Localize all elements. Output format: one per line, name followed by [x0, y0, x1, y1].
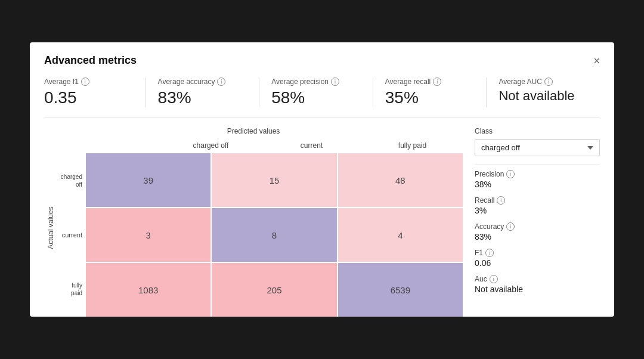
actual-values-label: Actual values [47, 206, 55, 249]
metric-label-1: Average accuracy i [158, 78, 247, 86]
cell-2-2: 6539 [338, 263, 463, 317]
class-dropdown[interactable]: charged off current fully paid [475, 139, 600, 156]
precision-label: Precision i [475, 170, 600, 178]
matrix-with-labels: Actual values charged off current fully … [44, 139, 463, 317]
col-headers: charged off current fully paid [60, 139, 463, 153]
class-label: Class [475, 127, 600, 135]
metric-info-icon-0[interactable]: i [81, 78, 89, 86]
auc-value: Not available [475, 284, 600, 294]
metric-item-0: Average f1 i 0.35 [44, 78, 146, 107]
metric-item-3: Average recall i 35% [385, 78, 487, 107]
recall-value: 3% [475, 206, 600, 215]
matrix-row-area: chargedoff current fullypaid 39 15 48 [60, 153, 463, 317]
metric-value-2: 58% [271, 88, 361, 107]
precision-info-icon[interactable]: i [506, 170, 515, 178]
cell-0-0: 39 [86, 153, 210, 207]
divider-0 [475, 165, 600, 165]
metric-info-icon-2[interactable]: i [331, 78, 339, 86]
body-area: Predicted values Actual values charged o… [44, 127, 600, 317]
metric-info-icon-4[interactable]: i [544, 78, 553, 86]
stat-group-recall: Recall i 3% [475, 196, 600, 215]
modal-title: Advanced metrics [44, 54, 137, 67]
f1-info-icon[interactable]: i [485, 249, 494, 257]
accuracy-label: Accuracy i [475, 222, 600, 231]
stat-group-f1: F1 i 0.06 [475, 249, 600, 268]
cell-2-1: 205 [212, 263, 336, 317]
cell-1-2: 4 [338, 208, 463, 262]
f1-label: F1 i [475, 249, 600, 257]
stat-group-auc: Auc i Not available [475, 275, 600, 294]
metric-info-icon-3[interactable]: i [433, 78, 441, 86]
metric-value-1: 83% [158, 88, 247, 107]
auc-info-icon[interactable]: i [490, 275, 498, 283]
stat-group-accuracy: Accuracy i 83% [475, 222, 600, 242]
metric-item-2: Average precision i 58% [271, 78, 373, 107]
row-label-charged-off: chargedoff [60, 153, 86, 208]
metrics-row: Average f1 i 0.35 Average accuracy i 83%… [44, 78, 600, 117]
accuracy-value: 83% [475, 232, 600, 242]
stat-group-precision: Precision i 38% [475, 170, 600, 189]
metric-label-0: Average f1 i [44, 78, 134, 86]
modal-header: Advanced metrics × [44, 54, 600, 67]
row-label-col: chargedoff current fullypaid [60, 153, 86, 317]
confusion-matrix-area: Predicted values Actual values charged o… [44, 127, 463, 317]
cell-2-0: 1083 [86, 263, 210, 317]
metric-value-3: 35% [385, 88, 475, 107]
close-button[interactable]: × [593, 55, 600, 66]
metric-label-4: Average AUC i [499, 78, 588, 86]
class-section: Class charged off current fully paid [475, 127, 600, 156]
metric-item-1: Average accuracy i 83% [158, 78, 260, 107]
matrix-cells: 39 15 48 3 8 4 1083 205 [86, 153, 463, 317]
cell-0-2: 48 [338, 153, 463, 207]
col-header-charged-off: charged off [160, 139, 261, 153]
recall-label: Recall i [475, 196, 600, 205]
row-label-current: current [60, 208, 86, 262]
col-header-current: current [261, 139, 362, 153]
right-panel: Class charged off current fully paid Pre… [475, 127, 600, 317]
recall-info-icon[interactable]: i [497, 196, 505, 205]
metric-value-4: Not available [499, 88, 588, 104]
matrix-row-2: 1083 205 6539 [86, 263, 463, 317]
f1-value: 0.06 [475, 258, 600, 268]
matrix-container: charged off current fully paid chargedof… [60, 139, 463, 317]
advanced-metrics-modal: Advanced metrics × Average f1 i 0.35 Ave… [30, 42, 614, 317]
matrix-row-1: 3 8 4 [86, 208, 463, 262]
metric-label-3: Average recall i [385, 78, 475, 86]
metric-info-icon-1[interactable]: i [217, 78, 225, 86]
col-header-0 [60, 139, 160, 153]
cell-1-1: 8 [212, 208, 336, 262]
row-label-fully-paid: fullypaid [60, 262, 86, 317]
matrix-row-0: 39 15 48 [86, 153, 463, 207]
cell-0-1: 15 [212, 153, 336, 207]
actual-label-container: Actual values [44, 139, 57, 317]
precision-value: 38% [475, 180, 600, 189]
accuracy-info-icon[interactable]: i [506, 222, 515, 231]
cell-1-0: 3 [86, 208, 210, 262]
col-header-fully-paid: fully paid [362, 139, 463, 153]
metric-value-0: 0.35 [44, 88, 134, 107]
metric-item-4: Average AUC i Not available [499, 78, 600, 107]
metric-label-2: Average precision i [271, 78, 361, 86]
predicted-values-label: Predicted values [44, 127, 463, 135]
auc-label: Auc i [475, 275, 600, 283]
